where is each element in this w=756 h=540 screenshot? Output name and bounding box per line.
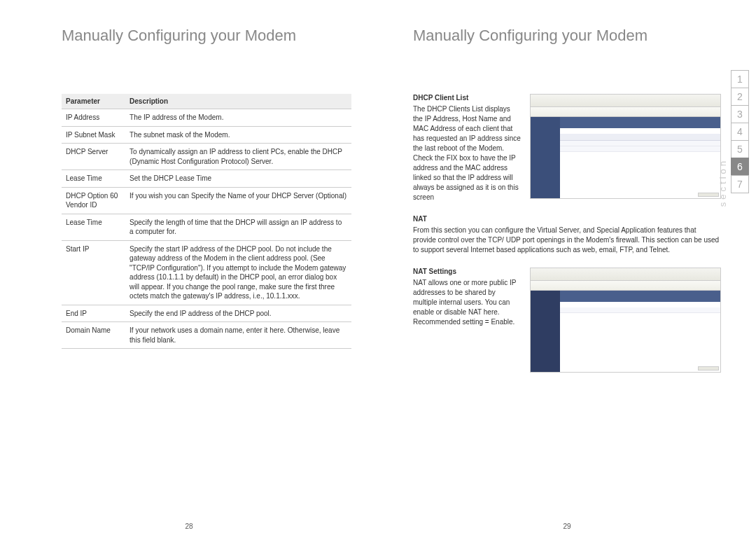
table-row: Lease TimeSet the DHCP Lease Time (62, 170, 351, 188)
page-title-right: Manually Configuring your Modem (413, 27, 721, 45)
nat-settings-screenshot (530, 268, 721, 373)
table-row: Lease TimeSpecify the length of time tha… (62, 214, 351, 240)
section-tab-2[interactable]: 2 (731, 88, 749, 106)
table-header-parameter: Parameter (62, 94, 125, 109)
section-tab-7[interactable]: 7 (731, 175, 749, 193)
page-title-left: Manually Configuring your Modem (62, 27, 351, 45)
table-row: IP AddressThe IP address of the Modem. (62, 109, 351, 127)
section-tab-3[interactable]: 3 (731, 105, 749, 123)
dhcp-client-list-section: DHCP Client List The DHCP Clients List d… (413, 94, 721, 202)
section-tab-5[interactable]: 5 (731, 140, 749, 158)
table-row: DHCP Option 60 Vendor IDIf you wish you … (62, 187, 351, 214)
page-number-right: 29 (563, 522, 570, 530)
section-label: section (718, 158, 728, 207)
table-row: IP Subnet MaskThe subnet mask of the Mod… (62, 126, 351, 144)
nat-settings-heading: NAT Settings (413, 268, 522, 275)
nat-settings-body: NAT allows one or more public IP address… (413, 278, 522, 327)
dhcp-body: The DHCP Clients List displays the IP Ad… (413, 104, 522, 202)
dhcp-heading: DHCP Client List (413, 94, 522, 102)
right-page: Manually Configuring your Modem DHCP Cli… (378, 0, 756, 540)
section-tabs: 1 2 3 4 5 6 7 (731, 70, 749, 193)
section-tab-6[interactable]: 6 (731, 158, 749, 176)
page-number-left: 28 (185, 522, 192, 530)
nat-heading: NAT (413, 215, 721, 223)
table-row: End IPSpecify the end IP address of the … (62, 305, 351, 322)
table-header-description: Description (125, 94, 351, 109)
nat-section: NAT From this section you can configure … (413, 215, 721, 255)
table-row: Start IPSpecify the start IP address of … (62, 240, 351, 305)
section-tab-4[interactable]: 4 (731, 123, 749, 141)
parameter-table: Parameter Description IP AddressThe IP a… (62, 94, 351, 349)
left-page: Manually Configuring your Modem Paramete… (0, 0, 378, 540)
dhcp-screenshot (530, 94, 721, 199)
table-row: DHCP ServerTo dynamically assign an IP a… (62, 144, 351, 170)
section-tab-1[interactable]: 1 (731, 70, 749, 88)
table-row: Domain NameIf your network uses a domain… (62, 322, 351, 349)
nat-body: From this section you can configure the … (413, 226, 721, 255)
nat-settings-section: NAT Settings NAT allows one or more publ… (413, 268, 721, 373)
